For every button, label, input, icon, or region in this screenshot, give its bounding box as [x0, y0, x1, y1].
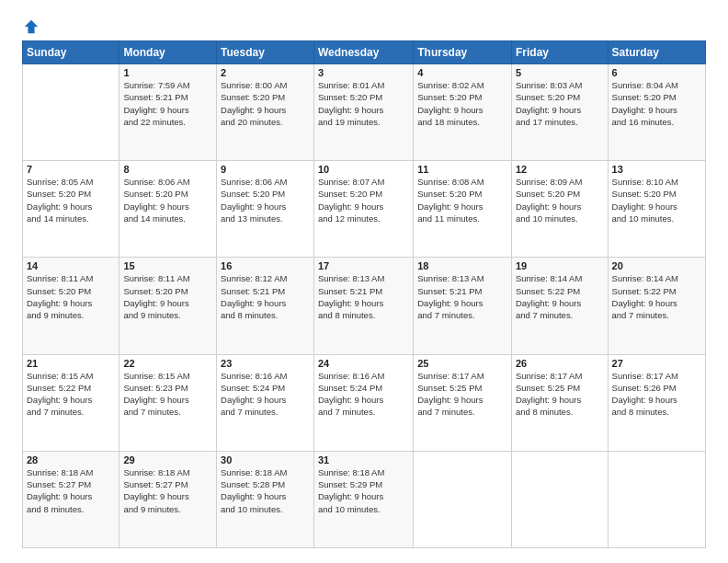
calendar-cell: 31Sunrise: 8:18 AMSunset: 5:29 PMDayligh…: [313, 451, 413, 547]
day-number: 24: [318, 358, 409, 369]
weekday-header-monday: Monday: [119, 41, 217, 64]
calendar-cell: 3Sunrise: 8:01 AMSunset: 5:20 PMDaylight…: [313, 64, 413, 161]
day-number: 10: [318, 164, 409, 175]
day-number: 8: [123, 164, 212, 175]
day-info: Sunrise: 8:03 AMSunset: 5:20 PMDaylight:…: [516, 79, 604, 128]
day-number: 12: [516, 164, 604, 175]
calendar-cell: 6Sunrise: 8:04 AMSunset: 5:20 PMDaylight…: [608, 64, 705, 161]
day-info: Sunrise: 8:09 AMSunset: 5:20 PMDaylight:…: [516, 176, 604, 224]
calendar-cell: 19Sunrise: 8:14 AMSunset: 5:22 PMDayligh…: [511, 258, 608, 354]
calendar-cell: 22Sunrise: 8:15 AMSunset: 5:23 PMDayligh…: [119, 354, 217, 451]
logo-icon: [23, 18, 40, 35]
calendar-cell: 26Sunrise: 8:17 AMSunset: 5:25 PMDayligh…: [511, 354, 608, 451]
week-row-2: 7Sunrise: 8:05 AMSunset: 5:20 PMDaylight…: [23, 161, 706, 258]
day-info: Sunrise: 8:05 AMSunset: 5:20 PMDaylight:…: [27, 176, 115, 224]
weekday-header-saturday: Saturday: [608, 41, 705, 64]
day-number: 7: [27, 164, 115, 175]
day-info: Sunrise: 8:17 AMSunset: 5:26 PMDaylight:…: [612, 370, 701, 419]
day-info: Sunrise: 8:16 AMSunset: 5:24 PMDaylight:…: [318, 370, 409, 419]
day-info: Sunrise: 8:01 AMSunset: 5:20 PMDaylight:…: [318, 79, 409, 128]
day-number: 9: [221, 164, 310, 175]
day-number: 20: [612, 260, 701, 271]
day-info: Sunrise: 8:06 AMSunset: 5:20 PMDaylight:…: [221, 176, 310, 224]
calendar-cell: 12Sunrise: 8:09 AMSunset: 5:20 PMDayligh…: [511, 161, 608, 258]
calendar-cell: 29Sunrise: 8:18 AMSunset: 5:27 PMDayligh…: [119, 451, 217, 547]
week-row-4: 21Sunrise: 8:15 AMSunset: 5:22 PMDayligh…: [23, 354, 706, 451]
calendar-cell: 27Sunrise: 8:17 AMSunset: 5:26 PMDayligh…: [608, 354, 705, 451]
day-info: Sunrise: 8:12 AMSunset: 5:21 PMDaylight:…: [221, 272, 310, 321]
calendar-cell: 4Sunrise: 8:02 AMSunset: 5:20 PMDaylight…: [414, 64, 512, 161]
calendar-cell: [23, 64, 119, 161]
day-info: Sunrise: 8:04 AMSunset: 5:20 PMDaylight:…: [612, 79, 701, 128]
calendar-cell: 13Sunrise: 8:10 AMSunset: 5:20 PMDayligh…: [608, 161, 705, 258]
day-number: 22: [123, 358, 212, 369]
calendar-cell: 2Sunrise: 8:00 AMSunset: 5:20 PMDaylight…: [217, 64, 314, 161]
day-number: 4: [417, 67, 507, 78]
day-info: Sunrise: 8:02 AMSunset: 5:20 PMDaylight:…: [417, 79, 507, 128]
week-row-5: 28Sunrise: 8:18 AMSunset: 5:27 PMDayligh…: [23, 451, 706, 547]
calendar-cell: 23Sunrise: 8:16 AMSunset: 5:24 PMDayligh…: [217, 354, 314, 451]
day-info: Sunrise: 8:18 AMSunset: 5:28 PMDaylight:…: [221, 466, 310, 515]
calendar-cell: 10Sunrise: 8:07 AMSunset: 5:20 PMDayligh…: [313, 161, 413, 258]
day-info: Sunrise: 8:15 AMSunset: 5:22 PMDaylight:…: [27, 370, 115, 419]
page: SundayMondayTuesdayWednesdayThursdayFrid…: [0, 0, 728, 563]
day-number: 1: [123, 67, 212, 78]
day-info: Sunrise: 8:10 AMSunset: 5:20 PMDaylight:…: [612, 176, 701, 224]
calendar-cell: 25Sunrise: 8:17 AMSunset: 5:25 PMDayligh…: [414, 354, 512, 451]
day-number: 28: [27, 454, 115, 465]
calendar-cell: 1Sunrise: 7:59 AMSunset: 5:21 PMDaylight…: [119, 64, 217, 161]
day-info: Sunrise: 8:00 AMSunset: 5:20 PMDaylight:…: [221, 79, 310, 128]
day-info: Sunrise: 8:08 AMSunset: 5:20 PMDaylight:…: [417, 176, 507, 224]
header: [22, 18, 706, 31]
day-info: Sunrise: 8:11 AMSunset: 5:20 PMDaylight:…: [123, 272, 212, 321]
day-info: Sunrise: 8:13 AMSunset: 5:21 PMDaylight:…: [417, 272, 507, 321]
day-number: 15: [123, 260, 212, 271]
calendar-cell: [414, 451, 512, 547]
week-row-1: 1Sunrise: 7:59 AMSunset: 5:21 PMDaylight…: [23, 64, 706, 161]
day-info: Sunrise: 8:18 AMSunset: 5:27 PMDaylight:…: [27, 466, 115, 515]
day-info: Sunrise: 8:06 AMSunset: 5:20 PMDaylight:…: [123, 176, 212, 224]
calendar-cell: 16Sunrise: 8:12 AMSunset: 5:21 PMDayligh…: [217, 258, 314, 354]
logo-text: [22, 18, 40, 35]
day-info: Sunrise: 8:16 AMSunset: 5:24 PMDaylight:…: [221, 370, 310, 419]
day-number: 23: [221, 358, 310, 369]
day-number: 5: [516, 67, 604, 78]
day-number: 19: [516, 260, 604, 271]
day-info: Sunrise: 8:17 AMSunset: 5:25 PMDaylight:…: [417, 370, 507, 419]
day-info: Sunrise: 8:18 AMSunset: 5:29 PMDaylight:…: [318, 466, 409, 515]
day-info: Sunrise: 8:07 AMSunset: 5:20 PMDaylight:…: [318, 176, 409, 224]
weekday-header-tuesday: Tuesday: [217, 41, 314, 64]
day-number: 6: [612, 67, 701, 78]
calendar-cell: 7Sunrise: 8:05 AMSunset: 5:20 PMDaylight…: [23, 161, 119, 258]
day-info: Sunrise: 8:17 AMSunset: 5:25 PMDaylight:…: [516, 370, 604, 419]
day-info: Sunrise: 8:15 AMSunset: 5:23 PMDaylight:…: [123, 370, 212, 419]
weekday-header-sunday: Sunday: [23, 41, 119, 64]
weekday-header-wednesday: Wednesday: [313, 41, 413, 64]
calendar-cell: 11Sunrise: 8:08 AMSunset: 5:20 PMDayligh…: [414, 161, 512, 258]
day-number: 26: [516, 358, 604, 369]
day-number: 17: [318, 260, 409, 271]
day-info: Sunrise: 8:14 AMSunset: 5:22 PMDaylight:…: [612, 272, 701, 321]
calendar-cell: 9Sunrise: 8:06 AMSunset: 5:20 PMDaylight…: [217, 161, 314, 258]
day-number: 27: [612, 358, 701, 369]
day-info: Sunrise: 8:14 AMSunset: 5:22 PMDaylight:…: [516, 272, 604, 321]
calendar-cell: 21Sunrise: 8:15 AMSunset: 5:22 PMDayligh…: [23, 354, 119, 451]
calendar-cell: [511, 451, 608, 547]
weekday-header-thursday: Thursday: [414, 41, 512, 64]
day-number: 31: [318, 454, 409, 465]
day-info: Sunrise: 7:59 AMSunset: 5:21 PMDaylight:…: [123, 79, 212, 128]
day-number: 25: [417, 358, 507, 369]
calendar-cell: 18Sunrise: 8:13 AMSunset: 5:21 PMDayligh…: [414, 258, 512, 354]
calendar-cell: 5Sunrise: 8:03 AMSunset: 5:20 PMDaylight…: [511, 64, 608, 161]
calendar-table: SundayMondayTuesdayWednesdayThursdayFrid…: [22, 40, 706, 548]
weekday-header-friday: Friday: [511, 41, 608, 64]
day-number: 13: [612, 164, 701, 175]
calendar-cell: 15Sunrise: 8:11 AMSunset: 5:20 PMDayligh…: [119, 258, 217, 354]
day-number: 2: [221, 67, 310, 78]
weekday-header-row: SundayMondayTuesdayWednesdayThursdayFrid…: [23, 41, 706, 64]
day-number: 16: [221, 260, 310, 271]
day-number: 29: [123, 454, 212, 465]
day-info: Sunrise: 8:18 AMSunset: 5:27 PMDaylight:…: [123, 466, 212, 515]
day-number: 14: [27, 260, 115, 271]
calendar-cell: 24Sunrise: 8:16 AMSunset: 5:24 PMDayligh…: [313, 354, 413, 451]
